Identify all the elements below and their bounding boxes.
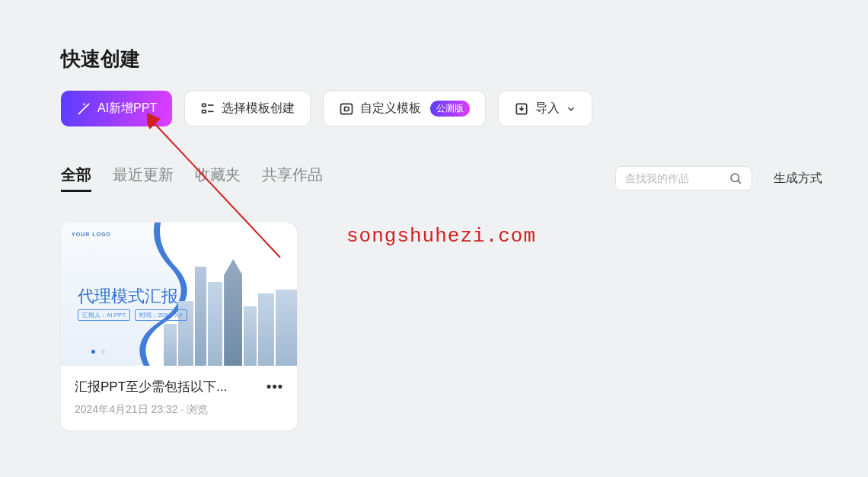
template-create-button[interactable]: 选择模板创建 (184, 91, 311, 126)
meta-chip-date: 时间：20XX.XX (135, 309, 187, 321)
svg-rect-4 (341, 104, 353, 114)
tab-all[interactable]: 全部 (61, 165, 91, 192)
custom-template-button[interactable]: 自定义模板 公测版 (323, 91, 486, 126)
ai-create-label: AI新增PPT (97, 101, 157, 117)
magic-wand-icon (76, 101, 91, 117)
svg-point-6 (731, 174, 739, 182)
more-options-icon[interactable]: ••• (266, 379, 283, 395)
thumbnail-logo: YOUR LOGO (72, 232, 111, 237)
search-box[interactable] (615, 166, 752, 190)
tabs-row: 全部 最近更新 收藏夹 共享作品 生成方式 (61, 165, 822, 192)
thumbnail-title: 代理模式汇报 (78, 285, 178, 308)
import-icon (514, 101, 529, 117)
svg-rect-2 (203, 110, 206, 112)
thumbnail-pagination-dots (91, 350, 105, 354)
action-buttons-row: AI新增PPT 选择模板创建 自定义模板 公测版 (61, 91, 822, 126)
card-timestamp: 2024年4月21日 23:32 · 浏览 (75, 403, 283, 417)
card-title: 汇报PPT至少需包括以下... (75, 378, 227, 395)
tabs: 全部 最近更新 收藏夹 共享作品 (61, 165, 594, 192)
meta-chip-author: 汇报人：AI PPT (78, 309, 130, 321)
card-body: 汇报PPT至少需包括以下... ••• 2024年4月21日 23:32 · 浏… (61, 366, 297, 431)
ppt-card[interactable]: YOUR LOGO 代理模式汇报 汇报人：AI PPT 时间：20XX.XX 汇… (61, 222, 297, 431)
page-title: 快速创建 (61, 46, 822, 72)
import-button[interactable]: 导入 (498, 91, 592, 126)
tab-recent[interactable]: 最近更新 (113, 165, 174, 192)
ai-create-ppt-button[interactable]: AI新增PPT (61, 91, 172, 126)
svg-rect-0 (203, 104, 206, 106)
card-thumbnail: YOUR LOGO 代理模式汇报 汇报人：AI PPT 时间：20XX.XX (61, 222, 297, 366)
beta-badge: 公测版 (430, 101, 470, 117)
template-create-label: 选择模板创建 (222, 101, 295, 117)
tab-favorites[interactable]: 收藏夹 (195, 165, 241, 192)
search-input[interactable] (625, 172, 729, 184)
search-icon (729, 171, 742, 185)
generate-method-link[interactable]: 生成方式 (774, 171, 822, 187)
template-list-icon (200, 101, 215, 117)
thumbnail-meta: 汇报人：AI PPT 时间：20XX.XX (78, 309, 187, 321)
custom-template-icon (339, 101, 354, 117)
import-label: 导入 (535, 101, 560, 117)
custom-template-label: 自定义模板 (360, 101, 421, 117)
tab-shared[interactable]: 共享作品 (262, 165, 323, 192)
chevron-down-icon (566, 104, 576, 114)
svg-line-7 (738, 181, 740, 183)
